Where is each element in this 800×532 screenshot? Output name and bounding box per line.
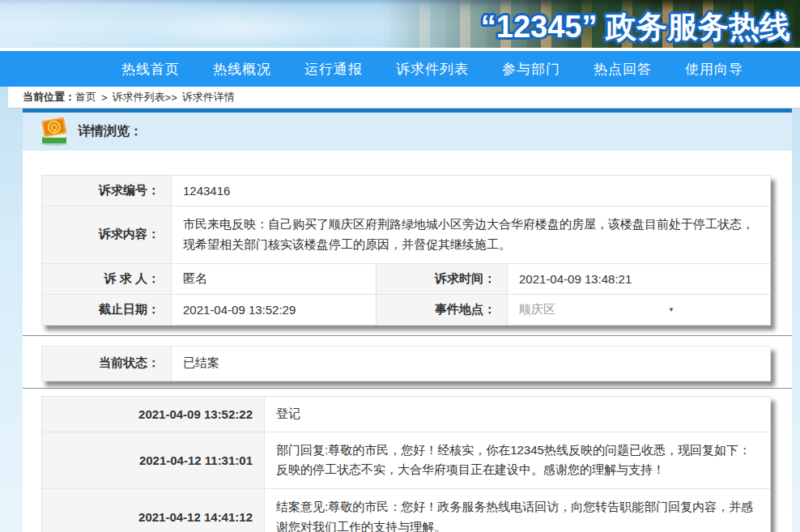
field-label-current-status: 当前状态： — [42, 346, 172, 381]
table-row: 当前状态： 已结案 — [42, 346, 771, 381]
section-header: Q 详情浏览： — [23, 109, 792, 151]
nav-item-hotline-home[interactable]: 热线首页 — [121, 60, 180, 79]
field-label-request-content: 诉求内容： — [42, 206, 172, 264]
panel-divider — [23, 335, 792, 336]
nav-item-hotline-overview[interactable]: 热线概况 — [213, 60, 271, 79]
breadcrumb-home-link[interactable]: 首页 — [75, 90, 96, 104]
section-title: 详情浏览： — [78, 123, 143, 140]
detail-panel: 诉求编号： 1243416 诉求内容： 市民来电反映：自己购买了顺庆区府荆路绿地… — [23, 175, 792, 326]
timeline-text: 结案意见:尊敬的市民：您好！政务服务热线电话回访，向您转告职能部门回复内容，并感… — [265, 489, 771, 532]
site-title: “12345” 政务服务热线 — [437, 2, 794, 50]
nav-item-request-list[interactable]: 诉求件列表 — [396, 60, 469, 79]
timeline-row: 2021-04-12 11:31:01 部门回复:尊敬的市民，您好！经核实，你在… — [42, 432, 771, 489]
timeline-time: 2021-04-12 11:31:01 — [42, 432, 265, 489]
timeline-time: 2021-04-12 14:41:12 — [42, 489, 265, 532]
svg-text:“12345” 政务服务热线: “12345” 政务服务热线 — [481, 10, 790, 44]
field-value-deadline: 2021-04-09 13:52:29 — [172, 294, 377, 325]
nav-item-user-guide[interactable]: 使用向导 — [685, 60, 743, 79]
breadcrumb-current: 诉求件详情 — [182, 90, 235, 104]
field-value-request-time: 2021-04-09 13:48:21 — [508, 263, 771, 294]
status-panel: 当前状态： 已结案 — [23, 346, 792, 381]
nav-item-departments[interactable]: 参与部门 — [502, 60, 560, 79]
field-label-requester: 诉 求 人： — [42, 263, 172, 294]
timeline-panel: 2021-04-09 13:52:22 登记 2021-04-12 11:31:… — [23, 396, 792, 532]
nav-item-hot-answers[interactable]: 热点回答 — [594, 60, 652, 79]
table-row: 截止日期： 2021-04-09 13:52:29 事件地点： 顺庆区 ▼ — [42, 294, 771, 325]
location-select-value: 顺庆区 — [519, 302, 555, 317]
timeline-time: 2021-04-09 13:52:22 — [42, 396, 265, 432]
timeline-text: 部门回复:尊敬的市民，您好！经核实，你在12345热线反映的问题已收悉，现回复如… — [265, 432, 771, 489]
field-value-requester: 匿名 — [172, 263, 377, 294]
field-label-event-location: 事件地点： — [377, 294, 508, 325]
timeline-table: 2021-04-09 13:52:22 登记 2021-04-12 11:31:… — [41, 396, 771, 532]
chevron-down-icon: ▼ — [668, 306, 674, 313]
breadcrumb-separator: >> — [165, 92, 177, 104]
books-icon: Q — [39, 117, 70, 147]
timeline-row: 2021-04-12 14:41:12 结案意见:尊敬的市民：您好！政务服务热线… — [42, 489, 771, 532]
main-nav: 热线首页 热线概况 运行通报 诉求件列表 参与部门 热点回答 使用向导 — [0, 51, 800, 87]
timeline-text: 登记 — [265, 396, 771, 432]
field-label-request-number: 诉求编号： — [42, 176, 172, 206]
detail-table: 诉求编号： 1243416 诉求内容： 市民来电反映：自己购买了顺庆区府荆路绿地… — [41, 175, 771, 326]
banner: “12345” 政务服务热线 — [0, 0, 800, 51]
table-row: 诉 求 人： 匿名 诉求时间： 2021-04-09 13:48:21 — [42, 263, 771, 294]
field-value-request-content: 市民来电反映：自己购买了顺庆区府荆路绿地城小区旁边大合华府楼盘的房屋，该楼盘目前… — [172, 206, 771, 264]
field-label-deadline: 截止日期： — [42, 294, 172, 325]
nav-item-operation-report[interactable]: 运行通报 — [304, 60, 363, 79]
field-label-request-time: 诉求时间： — [377, 263, 508, 294]
main-container: Q 详情浏览： 诉求编号： 1243416 诉求内容： 市民来电反映：自己购买了… — [23, 109, 792, 532]
table-row: 诉求内容： 市民来电反映：自己购买了顺庆区府荆路绿地城小区旁边大合华府楼盘的房屋… — [42, 206, 771, 264]
breadcrumb-separator: > — [101, 92, 108, 104]
location-select[interactable]: 顺庆区 ▼ — [519, 302, 674, 317]
status-badge: 已结案 — [172, 346, 771, 381]
timeline-row: 2021-04-09 13:52:22 登记 — [42, 396, 771, 432]
table-row: 诉求编号： 1243416 — [42, 176, 771, 206]
panel-divider — [23, 388, 792, 389]
breadcrumb-label: 当前位置： — [23, 90, 75, 104]
status-table: 当前状态： 已结案 — [41, 346, 771, 381]
breadcrumb-list-link[interactable]: 诉求件列表 — [113, 90, 165, 104]
breadcrumb: 当前位置： 首页 > 诉求件列表 >> 诉求件详情 — [8, 87, 800, 109]
field-value-request-number: 1243416 — [172, 176, 771, 206]
